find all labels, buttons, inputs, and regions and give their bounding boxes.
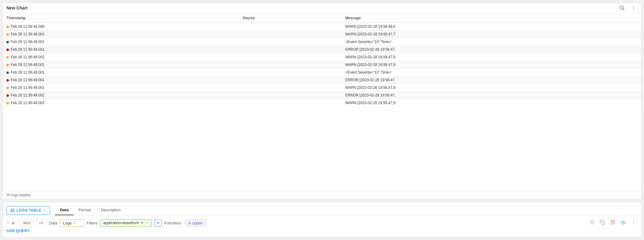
source-cell (239, 23, 342, 31)
chart-panel: New Chart (2, 2, 642, 199)
table-row[interactable]: Feb 28 11:56:48.000WARN [2023-02-28 19:5… (3, 23, 641, 31)
message-cell: WARN [2023-02-28 19:56:47,9 (342, 84, 641, 92)
filter-tag: application=wavefront ✕ (100, 219, 152, 227)
code-mode-button[interactable]: </> (36, 220, 46, 226)
table-row[interactable]: Feb 28 11:56:48.001<Event Severity="10" … (3, 69, 641, 76)
source-cell (239, 53, 342, 61)
duplicate-button[interactable] (598, 218, 606, 227)
source-cell (239, 61, 342, 69)
table-row[interactable]: Feb 28 11:56:48.001WARN [2023-02-28 19:5… (3, 31, 641, 38)
lightbulb-icon (589, 220, 595, 225)
timestamp-cell: Feb 28 11:56:48.001 (3, 38, 239, 46)
severity-dot (6, 87, 9, 89)
timestamp-cell: Feb 28 11:56:48.001 (3, 46, 239, 53)
message-cell: WARN [2023-02-28 19:56:48,6 (342, 23, 641, 31)
hint-button[interactable] (588, 218, 596, 227)
eye-icon (620, 220, 626, 225)
more-vertical-icon (631, 220, 636, 225)
source-cell (239, 38, 342, 46)
svg-line-1 (623, 9, 624, 10)
timestamp-cell: Feb 28 11:56:48.001 (3, 69, 239, 76)
tab-description[interactable]: Description (96, 205, 126, 215)
severity-dot (6, 64, 9, 66)
function-tag: # count (184, 219, 207, 227)
table-row[interactable]: Feb 28 11:56:48.001WARN [2023-02-28 19:5… (3, 84, 641, 92)
table-row[interactable]: Feb 28 11:56:48.001ERROR [2023-02-28 19:… (3, 76, 641, 84)
bottom-panel: LOGS TABLE Data Format Description ⠿ A W… (2, 202, 642, 238)
timestamp-cell: Feb 28 11:56:48.001 (3, 76, 239, 84)
plus-icon (156, 221, 160, 225)
source-cell (239, 76, 342, 84)
table-row[interactable]: Feb 28 11:56:48.002ERROR [2023-02-28 19:… (3, 92, 641, 99)
chevron-down-icon (73, 221, 76, 224)
query-row: ⠿ A WQL </> Data Logs Filters applicatio… (6, 218, 638, 227)
more-query-options-button[interactable] (630, 218, 638, 227)
query-label: A (12, 221, 18, 225)
table-icon (10, 208, 15, 213)
message-cell: WARN [2023-02-28 19:56:47,9 (342, 99, 641, 107)
source-cell (239, 31, 342, 38)
add-filter-button[interactable] (154, 219, 162, 227)
visibility-button[interactable] (619, 218, 627, 227)
chevron-down-icon (43, 209, 46, 212)
data-type-select[interactable]: Logs (60, 219, 84, 227)
timestamp-cell: Feb 28 11:56:48.002 (3, 92, 239, 99)
functions-label: Functions (164, 221, 181, 225)
copy-icon (600, 220, 605, 225)
table-row[interactable]: Feb 28 11:56:48.002WARN [2023-02-28 19:5… (3, 99, 641, 107)
logs-table-button[interactable]: LOGS TABLE (6, 206, 50, 215)
delete-button[interactable] (609, 218, 617, 227)
search-button[interactable] (618, 5, 626, 11)
tabs-row: LOGS TABLE Data Format Description (6, 205, 638, 215)
svg-point-3 (633, 8, 634, 8)
svg-rect-11 (602, 222, 605, 225)
severity-dot (6, 41, 9, 43)
add-query-button[interactable]: ADD QUERY (6, 227, 30, 234)
table-row[interactable]: Feb 28 11:56:48.001WARN [2023-02-28 19:5… (3, 61, 641, 69)
logs-table: Timestamp ↓ Source Message Feb 28 11:56:… (3, 13, 641, 191)
main-container: New Chart (0, 0, 644, 240)
timestamp-cell: Feb 28 11:56:48.002 (3, 99, 239, 107)
message-cell: ERROR [2023-02-28 19:56:47, (342, 76, 641, 84)
table-row[interactable]: Feb 28 11:56:48.001WARN [2023-02-28 19:5… (3, 53, 641, 61)
timestamp-cell: Feb 28 11:56:48.001 (3, 84, 239, 92)
message-cell: <Event Severity="10" Time=' (342, 38, 641, 46)
timestamp-cell: Feb 28 11:56:48.000 (3, 23, 239, 31)
more-options-button[interactable] (630, 5, 638, 11)
svg-point-0 (620, 6, 624, 9)
tab-format[interactable]: Format (74, 205, 96, 215)
message-cell: ERROR [2023-02-28 19:56:47, (342, 46, 641, 53)
severity-dot (6, 33, 9, 36)
col-source[interactable]: Source (239, 13, 342, 23)
tab-data[interactable]: Data (55, 205, 73, 215)
severity-dot (6, 71, 9, 74)
col-timestamp[interactable]: Timestamp ↓ (3, 13, 239, 23)
message-cell: <Event Severity="10" Time=' (342, 69, 641, 76)
svg-point-2 (633, 6, 634, 7)
chart-title: New Chart (6, 5, 27, 10)
drag-handle[interactable]: ⠿ (6, 220, 9, 225)
data-label: Data (49, 221, 57, 225)
source-cell (239, 99, 342, 107)
source-cell (239, 46, 342, 53)
severity-dot (6, 26, 9, 28)
filter-chevron-button[interactable] (145, 221, 148, 225)
wql-mode-button[interactable]: WQL (20, 220, 34, 226)
search-icon (619, 5, 625, 11)
chart-header-actions (618, 5, 638, 11)
filters-label: Filters (86, 221, 97, 225)
col-message[interactable]: Message (342, 13, 641, 23)
severity-dot (6, 102, 9, 104)
svg-point-14 (633, 222, 634, 223)
source-cell (239, 84, 342, 92)
severity-dot (6, 56, 9, 59)
message-cell: WARN [2023-02-28 19:56:47,9 (342, 61, 641, 69)
chevron-down-icon (145, 221, 148, 224)
message-cell: WARN [2023-02-28 19:56:47,9 (342, 53, 641, 61)
severity-dot (6, 94, 9, 97)
table-row[interactable]: Feb 28 11:56:48.001ERROR [2023-02-28 19:… (3, 46, 641, 53)
source-cell (239, 92, 342, 99)
svg-point-15 (633, 224, 634, 224)
table-row[interactable]: Feb 28 11:56:48.001<Event Severity="10" … (3, 38, 641, 46)
filter-remove-button[interactable]: ✕ (141, 221, 144, 225)
